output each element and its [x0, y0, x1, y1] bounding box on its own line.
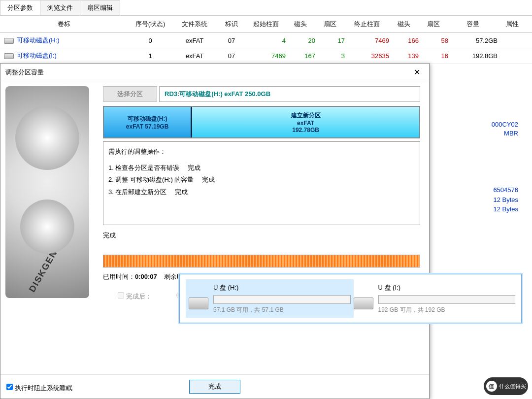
- watermark: 什么值得买: [484, 377, 528, 395]
- col-end-sec[interactable]: 扇区: [419, 16, 448, 33]
- cell: exFAT: [172, 52, 217, 60]
- drive-icon: [4, 53, 14, 59]
- col-start-head[interactable]: 磁头: [286, 16, 315, 33]
- cell: 4: [246, 37, 286, 44]
- table-row[interactable]: 可移动磁盘(I:) 1 exFAT 07 7469 167 3 32635 13…: [0, 48, 532, 64]
- col-flag[interactable]: 标识: [217, 16, 246, 33]
- col-start-cyl[interactable]: 起始柱面: [246, 16, 286, 33]
- drive-icon: [354, 298, 373, 309]
- operations-list: 需执行的调整操作： 1. 检查各分区是否有错误 完成 2. 调整 可移动磁盘(H…: [103, 141, 420, 225]
- col-volume[interactable]: 卷标: [0, 16, 128, 33]
- selected-partition-path: RD3:可移动磁盘(H:) exFAT 250.0GB: [159, 86, 420, 102]
- ops-line: 2. 调整 可移动磁盘(H:) 的容量 完成: [108, 174, 415, 186]
- col-end-cyl[interactable]: 终止柱面: [345, 16, 389, 33]
- table-row[interactable]: 可移动磁盘(H:) 0 exFAT 07 4 20 17 7469 166 58…: [0, 33, 532, 48]
- partition-table-header: 卷标 序号(状态) 文件系统 标识 起始柱面 磁头 扇区 终止柱面 磁头 扇区 …: [0, 16, 532, 33]
- cell: 32635: [345, 52, 389, 60]
- cell: 17: [315, 37, 345, 44]
- close-icon[interactable]: ✕: [410, 66, 424, 78]
- dialog-left-panel: DISKGENIUS: [0, 81, 94, 377]
- partition-b[interactable]: 建立新分区 exFAT 192.78GB: [192, 107, 419, 137]
- col-capacity[interactable]: 容量: [448, 16, 498, 33]
- ops-line: 3. 在后部建立新分区 完成: [108, 186, 415, 199]
- cell: exFAT: [172, 37, 217, 44]
- drive-icon: [4, 38, 14, 44]
- cell: 07: [217, 52, 246, 60]
- part-label: 192.78GB: [292, 127, 319, 133]
- done-button[interactable]: 完成: [189, 380, 240, 394]
- disk-image: DISKGENIUS: [5, 86, 89, 298]
- col-attr[interactable]: 属性: [498, 16, 527, 33]
- drive-h[interactable]: U 盘 (H:) 57.1 GB 可用，共 57.1 GB: [186, 279, 354, 318]
- cell: 1: [128, 52, 172, 60]
- col-seq[interactable]: 序号(状态): [128, 16, 172, 33]
- cell: 3: [315, 52, 345, 60]
- prevent-sleep-checkbox[interactable]: 执行时阻止系统睡眠: [6, 384, 72, 393]
- drive-icon: [189, 298, 208, 309]
- part-label: 建立新分区: [291, 111, 321, 120]
- drive-title: U 盘 (H:): [213, 283, 351, 292]
- partition-a[interactable]: 可移动磁盘(H:) exFAT 57.19GB: [104, 107, 192, 137]
- part-label: exFAT 57.19GB: [126, 123, 168, 130]
- progress-bar: [103, 255, 420, 267]
- drive-usage-bar: [213, 295, 351, 304]
- drive-usage-bar: [378, 295, 516, 304]
- cell: 139: [389, 52, 419, 60]
- cell: 07: [217, 37, 246, 44]
- cell: 167: [286, 52, 315, 60]
- checkbox[interactable]: [6, 384, 13, 390]
- col-start-sec[interactable]: 扇区: [315, 16, 345, 33]
- drive-subtitle: 192 GB 可用，共 192 GB: [378, 306, 516, 314]
- drive-subtitle: 57.1 GB 可用，共 57.1 GB: [213, 306, 351, 314]
- cell: 7469: [345, 37, 389, 44]
- status-text: 完成: [103, 231, 420, 240]
- tab-partition-params[interactable]: 分区参数: [0, 0, 40, 15]
- tab-browse-files[interactable]: 浏览文件: [40, 0, 80, 15]
- cell: 58: [419, 37, 448, 44]
- ops-heading: 需执行的调整操作：: [108, 146, 415, 158]
- ops-line: 1. 检查各分区是否有错误 完成: [108, 162, 415, 174]
- checkbox[interactable]: [118, 292, 124, 299]
- drive-i[interactable]: U 盘 (I:) 192 GB 可用，共 192 GB: [354, 279, 516, 318]
- select-partition-button[interactable]: 选择分区: [103, 86, 157, 102]
- resize-partition-dialog: 调整分区容量 ✕ DISKGENIUS 选择分区 RD3:可移动磁盘(H:) e…: [0, 63, 430, 399]
- cell: 0: [128, 37, 172, 44]
- disk-model-info: 000CY02MBR: [492, 120, 518, 138]
- tab-sector-edit[interactable]: 扇区编辑: [80, 0, 120, 15]
- drive-title: U 盘 (I:): [378, 283, 516, 292]
- volume-name: 可移动磁盘(I:): [0, 51, 128, 60]
- col-end-head[interactable]: 磁头: [389, 16, 419, 33]
- diskgenius-logo: DISKGENIUS: [27, 233, 68, 294]
- part-label: exFAT: [297, 120, 314, 127]
- cell: 7469: [246, 52, 286, 60]
- dialog-title: 调整分区容量: [5, 68, 44, 77]
- main-tabs: 分区参数 浏览文件 扇区编辑: [0, 0, 532, 16]
- col-fs[interactable]: 文件系统: [172, 16, 217, 33]
- cell: 192.8GB: [448, 52, 498, 60]
- disk-side-values: 650457612 Bytes12 Bytes: [493, 185, 518, 214]
- cell: 20: [286, 37, 315, 44]
- after-done-checkbox[interactable]: 完成后：: [118, 292, 152, 301]
- cell: 166: [389, 37, 419, 44]
- cell: 57.2GB: [448, 37, 498, 44]
- part-label: 可移动磁盘(H:): [128, 115, 167, 123]
- cell: 16: [419, 52, 448, 60]
- volume-name: 可移动磁盘(H:): [0, 36, 128, 45]
- partition-bar[interactable]: 可移动磁盘(H:) exFAT 57.19GB 建立新分区 exFAT 192.…: [103, 106, 420, 138]
- drives-tooltip: U 盘 (H:) 57.1 GB 可用，共 57.1 GB U 盘 (I:) 1…: [179, 274, 522, 323]
